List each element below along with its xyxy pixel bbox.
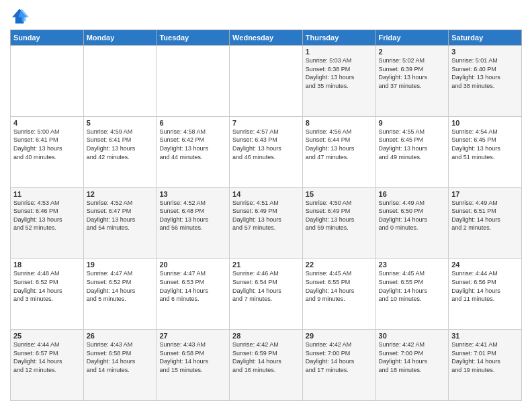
day-number: 19 bbox=[87, 261, 154, 269]
calendar-week-0: 1Sunrise: 5:03 AM Sunset: 6:38 PM Daylig… bbox=[11, 46, 522, 117]
calendar-cell: 19Sunrise: 4:47 AM Sunset: 6:52 PM Dayli… bbox=[83, 259, 157, 330]
day-info: Sunrise: 4:42 AM Sunset: 7:00 PM Dayligh… bbox=[379, 340, 446, 374]
day-info: Sunrise: 4:44 AM Sunset: 6:56 PM Dayligh… bbox=[451, 269, 519, 303]
day-number: 30 bbox=[379, 332, 446, 340]
calendar-cell bbox=[83, 46, 157, 117]
day-number: 20 bbox=[159, 261, 226, 269]
calendar-week-3: 18Sunrise: 4:48 AM Sunset: 6:52 PM Dayli… bbox=[11, 259, 522, 330]
day-number: 29 bbox=[306, 332, 373, 340]
col-header-friday: Friday bbox=[375, 30, 449, 46]
day-number: 13 bbox=[159, 190, 226, 198]
calendar-week-2: 11Sunrise: 4:53 AM Sunset: 6:46 PM Dayli… bbox=[11, 187, 522, 259]
col-header-sunday: Sunday bbox=[11, 30, 84, 46]
calendar-cell bbox=[230, 46, 303, 117]
day-info: Sunrise: 4:53 AM Sunset: 6:46 PM Dayligh… bbox=[13, 199, 81, 232]
calendar-cell: 23Sunrise: 4:45 AM Sunset: 6:55 PM Dayli… bbox=[375, 259, 449, 330]
day-info: Sunrise: 5:02 AM Sunset: 6:39 PM Dayligh… bbox=[379, 56, 446, 90]
col-header-wednesday: Wednesday bbox=[230, 30, 303, 46]
day-info: Sunrise: 4:42 AM Sunset: 7:00 PM Dayligh… bbox=[306, 340, 373, 374]
calendar-cell: 16Sunrise: 4:49 AM Sunset: 6:50 PM Dayli… bbox=[375, 187, 449, 259]
calendar-cell: 15Sunrise: 4:50 AM Sunset: 6:49 PM Dayli… bbox=[302, 187, 375, 259]
day-info: Sunrise: 4:57 AM Sunset: 6:43 PM Dayligh… bbox=[232, 128, 300, 161]
calendar-cell: 4Sunrise: 5:00 AM Sunset: 6:41 PM Daylig… bbox=[11, 116, 84, 187]
calendar-cell: 17Sunrise: 4:49 AM Sunset: 6:51 PM Dayli… bbox=[449, 187, 522, 259]
day-number: 6 bbox=[159, 119, 226, 127]
day-info: Sunrise: 4:44 AM Sunset: 6:57 PM Dayligh… bbox=[13, 340, 81, 374]
day-info: Sunrise: 4:42 AM Sunset: 6:59 PM Dayligh… bbox=[232, 340, 300, 374]
day-number: 25 bbox=[13, 332, 81, 340]
day-number: 31 bbox=[451, 332, 519, 340]
header bbox=[10, 7, 522, 26]
day-number: 23 bbox=[379, 261, 446, 269]
day-info: Sunrise: 4:48 AM Sunset: 6:52 PM Dayligh… bbox=[13, 269, 81, 303]
calendar-cell: 9Sunrise: 4:55 AM Sunset: 6:45 PM Daylig… bbox=[375, 116, 449, 187]
day-number: 4 bbox=[13, 119, 81, 127]
day-info: Sunrise: 4:50 AM Sunset: 6:49 PM Dayligh… bbox=[306, 199, 373, 232]
day-number: 22 bbox=[306, 261, 373, 269]
calendar-cell: 14Sunrise: 4:51 AM Sunset: 6:49 PM Dayli… bbox=[230, 187, 303, 259]
day-info: Sunrise: 4:41 AM Sunset: 7:01 PM Dayligh… bbox=[451, 340, 519, 374]
day-info: Sunrise: 4:49 AM Sunset: 6:50 PM Dayligh… bbox=[379, 199, 446, 232]
day-number: 7 bbox=[232, 119, 300, 127]
calendar-cell: 6Sunrise: 4:58 AM Sunset: 6:42 PM Daylig… bbox=[157, 116, 230, 187]
calendar-cell: 20Sunrise: 4:47 AM Sunset: 6:53 PM Dayli… bbox=[157, 259, 230, 330]
day-info: Sunrise: 4:43 AM Sunset: 6:58 PM Dayligh… bbox=[159, 340, 226, 374]
day-info: Sunrise: 4:52 AM Sunset: 6:48 PM Dayligh… bbox=[159, 199, 226, 232]
calendar-cell: 13Sunrise: 4:52 AM Sunset: 6:48 PM Dayli… bbox=[157, 187, 230, 259]
col-header-thursday: Thursday bbox=[302, 30, 375, 46]
day-number: 16 bbox=[379, 190, 446, 198]
calendar-cell: 22Sunrise: 4:45 AM Sunset: 6:55 PM Dayli… bbox=[302, 259, 375, 330]
col-header-tuesday: Tuesday bbox=[157, 30, 230, 46]
day-info: Sunrise: 4:51 AM Sunset: 6:49 PM Dayligh… bbox=[232, 199, 300, 232]
calendar-cell: 7Sunrise: 4:57 AM Sunset: 6:43 PM Daylig… bbox=[230, 116, 303, 187]
day-info: Sunrise: 5:00 AM Sunset: 6:41 PM Dayligh… bbox=[13, 128, 81, 161]
col-header-saturday: Saturday bbox=[449, 30, 522, 46]
day-info: Sunrise: 5:03 AM Sunset: 6:38 PM Dayligh… bbox=[306, 56, 373, 90]
day-number: 24 bbox=[451, 261, 519, 269]
day-number: 15 bbox=[306, 190, 373, 198]
day-number: 9 bbox=[379, 119, 446, 127]
day-number: 12 bbox=[87, 190, 154, 198]
calendar-cell: 30Sunrise: 4:42 AM Sunset: 7:00 PM Dayli… bbox=[375, 330, 449, 401]
day-info: Sunrise: 4:47 AM Sunset: 6:53 PM Dayligh… bbox=[159, 269, 226, 303]
day-number: 21 bbox=[232, 261, 300, 269]
calendar-cell: 10Sunrise: 4:54 AM Sunset: 6:45 PM Dayli… bbox=[449, 116, 522, 187]
day-info: Sunrise: 4:56 AM Sunset: 6:44 PM Dayligh… bbox=[306, 128, 373, 161]
day-info: Sunrise: 5:01 AM Sunset: 6:40 PM Dayligh… bbox=[451, 56, 519, 90]
day-number: 28 bbox=[232, 332, 300, 340]
day-number: 18 bbox=[13, 261, 81, 269]
day-number: 17 bbox=[451, 190, 519, 198]
calendar-table: SundayMondayTuesdayWednesdayThursdayFrid… bbox=[10, 30, 522, 401]
calendar-cell: 2Sunrise: 5:02 AM Sunset: 6:39 PM Daylig… bbox=[375, 46, 449, 117]
calendar-cell: 28Sunrise: 4:42 AM Sunset: 6:59 PM Dayli… bbox=[230, 330, 303, 401]
day-info: Sunrise: 4:59 AM Sunset: 6:41 PM Dayligh… bbox=[87, 128, 154, 161]
logo bbox=[10, 7, 32, 26]
calendar-cell: 29Sunrise: 4:42 AM Sunset: 7:00 PM Dayli… bbox=[302, 330, 375, 401]
calendar-cell bbox=[11, 46, 84, 117]
calendar-cell: 25Sunrise: 4:44 AM Sunset: 6:57 PM Dayli… bbox=[11, 330, 84, 401]
calendar-header-row: SundayMondayTuesdayWednesdayThursdayFrid… bbox=[11, 30, 522, 46]
calendar-cell: 21Sunrise: 4:46 AM Sunset: 6:54 PM Dayli… bbox=[230, 259, 303, 330]
day-number: 8 bbox=[306, 119, 373, 127]
day-info: Sunrise: 4:49 AM Sunset: 6:51 PM Dayligh… bbox=[451, 199, 519, 232]
day-info: Sunrise: 4:45 AM Sunset: 6:55 PM Dayligh… bbox=[379, 269, 446, 303]
day-info: Sunrise: 4:52 AM Sunset: 6:47 PM Dayligh… bbox=[87, 199, 154, 232]
day-number: 27 bbox=[159, 332, 226, 340]
day-number: 11 bbox=[13, 190, 81, 198]
day-info: Sunrise: 4:46 AM Sunset: 6:54 PM Dayligh… bbox=[232, 269, 300, 303]
col-header-monday: Monday bbox=[83, 30, 157, 46]
calendar-cell: 5Sunrise: 4:59 AM Sunset: 6:41 PM Daylig… bbox=[83, 116, 157, 187]
calendar-week-1: 4Sunrise: 5:00 AM Sunset: 6:41 PM Daylig… bbox=[11, 116, 522, 187]
day-number: 10 bbox=[451, 119, 519, 127]
calendar-cell: 26Sunrise: 4:43 AM Sunset: 6:58 PM Dayli… bbox=[83, 330, 157, 401]
calendar-cell: 3Sunrise: 5:01 AM Sunset: 6:40 PM Daylig… bbox=[449, 46, 522, 117]
day-number: 2 bbox=[379, 48, 446, 56]
day-info: Sunrise: 4:43 AM Sunset: 6:58 PM Dayligh… bbox=[87, 340, 154, 374]
calendar-cell: 1Sunrise: 5:03 AM Sunset: 6:38 PM Daylig… bbox=[302, 46, 375, 117]
day-info: Sunrise: 4:45 AM Sunset: 6:55 PM Dayligh… bbox=[306, 269, 373, 303]
calendar-cell: 27Sunrise: 4:43 AM Sunset: 6:58 PM Dayli… bbox=[157, 330, 230, 401]
calendar-cell: 31Sunrise: 4:41 AM Sunset: 7:01 PM Dayli… bbox=[449, 330, 522, 401]
calendar-cell: 11Sunrise: 4:53 AM Sunset: 6:46 PM Dayli… bbox=[11, 187, 84, 259]
day-info: Sunrise: 4:55 AM Sunset: 6:45 PM Dayligh… bbox=[379, 128, 446, 161]
day-number: 1 bbox=[306, 48, 373, 56]
